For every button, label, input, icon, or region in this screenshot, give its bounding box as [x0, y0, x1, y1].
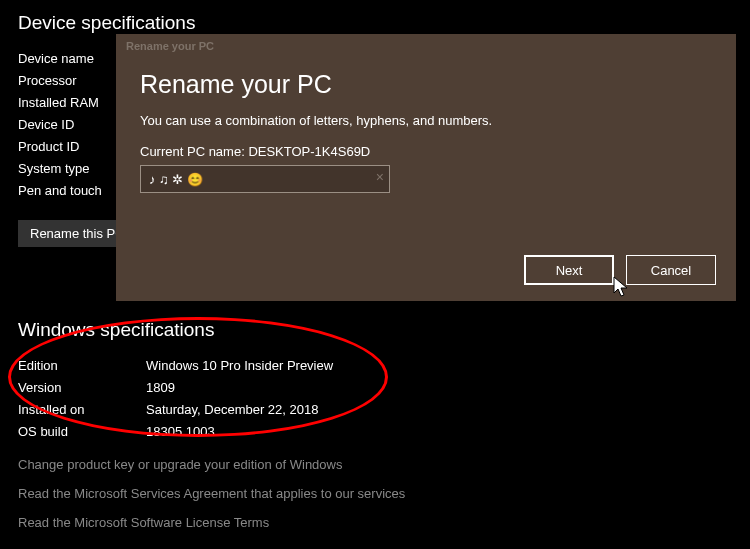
- build-row: OS build 18305.1003: [18, 421, 732, 443]
- build-value: 18305.1003: [146, 421, 215, 443]
- product-key-link[interactable]: Change product key or upgrade your editi…: [18, 457, 732, 472]
- build-label: OS build: [18, 421, 146, 443]
- installed-value: Saturday, December 22, 2018: [146, 399, 318, 421]
- current-pc-name-value: DESKTOP-1K4S69D: [248, 144, 370, 159]
- rename-pc-dialog: Rename your PC Rename your PC You can us…: [116, 34, 736, 301]
- edition-value: Windows 10 Pro Insider Preview: [146, 355, 333, 377]
- dialog-heading: Rename your PC: [140, 70, 712, 99]
- version-label: Version: [18, 377, 146, 399]
- services-link[interactable]: Read the Microsoft Services Agreement th…: [18, 486, 732, 501]
- cancel-button[interactable]: Cancel: [626, 255, 716, 285]
- clear-input-icon[interactable]: ×: [376, 169, 384, 185]
- windows-spec-title: Windows specifications: [18, 319, 732, 341]
- device-spec-title: Device specifications: [18, 12, 732, 34]
- edition-label: Edition: [18, 355, 146, 377]
- current-pc-name-label: Current PC name:: [140, 144, 248, 159]
- windows-spec-list: Edition Windows 10 Pro Insider Preview V…: [18, 355, 732, 443]
- pc-name-input[interactable]: [140, 165, 390, 193]
- edition-row: Edition Windows 10 Pro Insider Preview: [18, 355, 732, 377]
- next-button[interactable]: Next: [524, 255, 614, 285]
- version-row: Version 1809: [18, 377, 732, 399]
- installed-label: Installed on: [18, 399, 146, 421]
- license-link[interactable]: Read the Microsoft Software License Term…: [18, 515, 732, 530]
- version-value: 1809: [146, 377, 175, 399]
- current-pc-name-line: Current PC name: DESKTOP-1K4S69D: [140, 144, 712, 159]
- dialog-titlebar: Rename your PC: [116, 34, 736, 58]
- installed-row: Installed on Saturday, December 22, 2018: [18, 399, 732, 421]
- dialog-description: You can use a combination of letters, hy…: [140, 113, 712, 128]
